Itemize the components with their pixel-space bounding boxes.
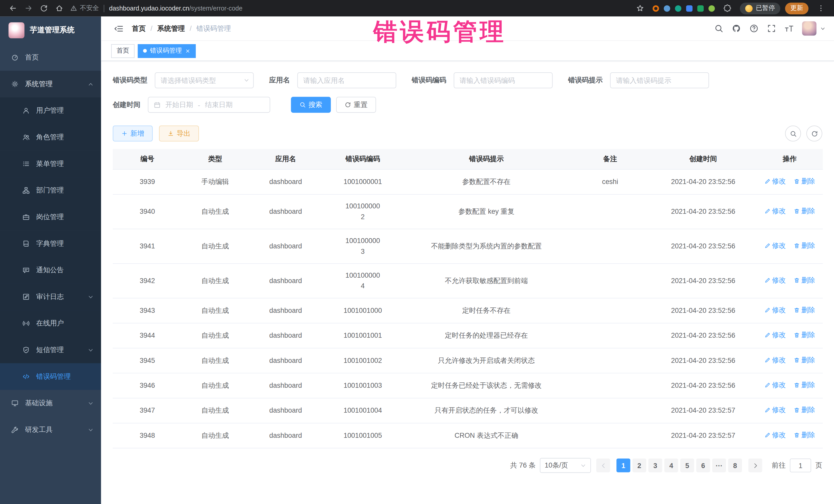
more-pages-button[interactable]: ··· [712,459,726,473]
next-page-button[interactable] [748,459,762,473]
reload-icon[interactable] [40,4,48,12]
sidebar-item-user-management[interactable]: 用户管理 [0,97,101,124]
sidebar-item-dev-tools[interactable]: 研发工具 [0,416,101,443]
breadcrumb-item-home[interactable]: 首页 [132,24,146,33]
error-type-select-input[interactable] [155,72,254,88]
sidebar-toggle-icon[interactable] [114,24,124,33]
page-button-6[interactable]: 6 [696,459,710,473]
add-button[interactable]: 新增 [113,126,152,141]
error-hint-input[interactable] [610,72,709,88]
update-button[interactable]: 更新 [785,2,808,14]
delete-link[interactable]: 删除 [793,240,815,251]
fullscreen-icon[interactable] [767,24,776,33]
sidebar-item-error-code-management[interactable]: 错误码管理 [0,364,101,390]
row-time: 2021-04-20 23:52:56 [650,298,756,323]
sidebar-item-sms-management[interactable]: 短信管理 [0,337,101,364]
sidebar-item-dept-management[interactable]: 部门管理 [0,177,101,204]
prev-page-button[interactable] [596,459,610,473]
app-name-field[interactable] [298,72,396,88]
extension-green-badge-icon[interactable] [697,5,704,12]
delete-icon [793,432,799,438]
refresh-table-button[interactable] [806,126,822,141]
sidebar-item-home[interactable]: 首页 [0,44,101,71]
font-size-icon[interactable] [785,24,793,33]
sidebar-item-menu-management[interactable]: 菜单管理 [0,151,101,177]
export-button[interactable]: 导出 [159,126,199,141]
delete-link[interactable]: 删除 [793,305,815,315]
goto-page-input[interactable] [790,459,811,473]
date-range-picker[interactable]: 开始日期 - 结束日期 [148,97,270,113]
edit-link[interactable]: 修改 [764,405,786,415]
sidebar-item-post-management[interactable]: 岗位管理 [0,204,101,231]
github-icon[interactable] [732,24,741,33]
error-code-input[interactable] [454,72,553,88]
chevron-down-icon [580,462,586,468]
app-logo[interactable]: 芋道管理系统 [0,17,101,44]
page-button-5[interactable]: 5 [680,459,694,473]
delete-link[interactable]: 删除 [793,430,815,440]
browser-home-icon[interactable] [56,4,63,12]
extension-blue-drop-icon[interactable] [664,5,670,12]
code-icon [22,373,30,380]
edit-link[interactable]: 修改 [764,305,786,315]
page-button-4[interactable]: 4 [664,459,678,473]
edit-link[interactable]: 修改 [764,206,786,216]
row-id: 3943 [113,298,182,323]
error-type-select[interactable] [155,72,254,88]
delete-link[interactable]: 删除 [793,206,815,216]
sidebar-item-infrastructure[interactable]: 基础设施 [0,390,101,416]
delete-link[interactable]: 删除 [793,176,815,187]
breadcrumb-separator: / [151,24,153,32]
edit-link[interactable]: 修改 [764,330,786,340]
reset-button[interactable]: 重置 [336,97,376,113]
error-code-field[interactable] [454,72,553,88]
delete-link[interactable]: 删除 [793,405,815,415]
sidebar-item-audit-log[interactable]: 审计日志 [0,284,101,310]
edit-link[interactable]: 修改 [764,176,786,187]
paused-button[interactable]: 已暂停 [740,2,781,14]
tab-error-code[interactable]: 错误码管理 [138,44,196,58]
search-icon[interactable] [715,24,723,33]
help-icon[interactable] [749,24,758,33]
page-button-2[interactable]: 2 [632,459,646,473]
extensions-puzzle-icon[interactable] [723,4,731,12]
tab-close-icon[interactable] [185,48,191,53]
breadcrumb-item-current: 错误码管理 [196,24,231,33]
app-name-input[interactable] [298,72,396,88]
delete-link[interactable]: 删除 [793,355,815,365]
calendar-icon [154,101,161,108]
forward-icon[interactable] [24,4,32,12]
delete-link[interactable]: 删除 [793,275,815,286]
delete-link[interactable]: 删除 [793,330,815,340]
page-button-3[interactable]: 3 [649,459,662,473]
toggle-search-button[interactable] [785,126,801,141]
extension-leaf-icon[interactable] [708,5,715,12]
page-size-select[interactable]: 10条/页 [540,458,591,473]
edit-link[interactable]: 修改 [764,355,786,365]
sidebar-item-system-management[interactable]: 系统管理 [0,71,101,97]
bookmark-star-icon[interactable] [636,4,644,12]
extension-green-v-icon[interactable] [675,5,681,12]
sidebar-item-role-management[interactable]: 角色管理 [0,124,101,151]
back-icon[interactable] [9,4,17,12]
sidebar-item-online-user[interactable]: 在线用户 [0,310,101,337]
sidebar-item-notice[interactable]: 通知公告 [0,257,101,284]
page-button-8[interactable]: 8 [728,459,742,473]
avatar-caret-icon[interactable] [820,26,826,31]
user-avatar[interactable] [802,21,816,36]
sidebar-item-dict-management[interactable]: 字典管理 [0,230,101,257]
search-button[interactable]: 搜索 [291,97,331,113]
edit-link[interactable]: 修改 [764,430,786,440]
extension-orange-ring-icon[interactable] [653,5,659,12]
page-button-1[interactable]: 1 [616,459,630,473]
browser-menu-icon[interactable] [817,4,825,12]
error-hint-field[interactable] [610,72,709,88]
extension-blue-grid-icon[interactable] [686,5,693,12]
edit-link[interactable]: 修改 [764,275,786,286]
breadcrumb-item-system[interactable]: 系统管理 [157,24,185,33]
tab-home[interactable]: 首页 [111,44,134,58]
edit-link[interactable]: 修改 [764,380,786,390]
address-bar[interactable]: 不安全 dashboard.yudao.iocoder.cn/system/er… [70,4,242,13]
delete-link[interactable]: 删除 [793,380,815,390]
edit-link[interactable]: 修改 [764,240,786,251]
